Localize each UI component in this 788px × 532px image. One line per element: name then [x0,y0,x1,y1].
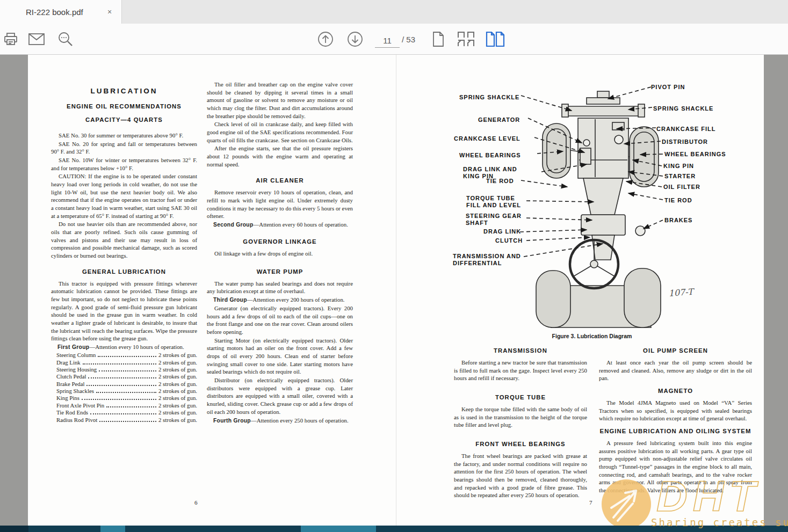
label-transmission-and: TRANSMISSION AND [453,253,521,259]
label-spring-shackle-left: SPRING SHACKLE [459,94,519,100]
label-king-pin-right: KING PIN [663,163,694,169]
document-viewport[interactable]: LUBRICATION ENGINE OIL RECOMMENDATIONS C… [0,55,788,526]
page6-column1: LUBRICATION ENGINE OIL RECOMMENDATIONS C… [51,87,197,424]
label-spring-shackle-right: SPRING SHACKLE [653,105,713,112]
tractor-drawing [536,91,661,327]
page-number-input[interactable] [375,33,400,48]
third-group-line: Third Group—Attention every 200 hours of… [207,296,353,304]
label-shaft: SHAFT [466,220,488,226]
two-page-view-icon [486,32,505,47]
document-tab[interactable]: RI-222 book.pdf × [0,0,122,24]
next-page-button[interactable] [346,31,364,48]
grease-item: Steering Column2 strokes of gun. [51,352,197,359]
label-wheel-bearings-left: WHEEL BEARINGS [459,152,521,158]
paragraph: A pressure feed lubricating system built… [599,439,752,494]
first-group-line: First Group—Attention every 10 hours of … [51,343,197,351]
page-divider [396,55,396,526]
page7-column1: TRANSMISSION Before starting a new tract… [454,347,587,500]
close-icon[interactable]: × [104,6,115,17]
print-icon [4,32,18,46]
paragraph: Remove reservoir every 10 hours of opera… [207,188,353,220]
horizontal-scrollbar[interactable] [0,526,788,532]
grease-item: Radius Rod Pivot2 strokes of gun. [51,417,197,424]
label-tie-rod-left: TIE ROD [486,178,514,184]
paragraph: At least once each year the oil pump scr… [599,359,752,382]
grease-item: Drag Link2 strokes of gun. [51,359,197,366]
page-count-label: / 53 [402,35,415,44]
grease-item: Spring Shackles2 strokes of gun. [51,388,197,395]
heading-engine-lubrication: ENGINE LUBRICATION AND OILING SYSTEM [599,428,752,434]
handwritten-note: 107-T [668,287,696,298]
label-crankcase-level: CRANKCASE LEVEL [454,135,520,142]
toolbar: / 53 [0,24,788,55]
scrollbar-thumb[interactable] [301,526,376,532]
label-tie-rod-right: TIE ROD [664,197,692,203]
page-spread: LUBRICATION ENGINE OIL RECOMMENDATIONS C… [28,55,764,526]
print-button[interactable] [2,31,19,48]
heading-water-pump: WATER PUMP [207,268,353,275]
paragraph: Keep the torque tube filled with the sam… [454,405,587,429]
single-page-view-button[interactable] [430,31,447,48]
grease-item: Front Axle Pivot Pin2 strokes of gun. [51,402,197,409]
tab-title: RI-222 book.pdf [26,8,83,17]
email-icon [28,33,45,45]
label-brakes: BRAKES [664,217,692,223]
label-generator: GENERATOR [478,116,520,123]
paragraph: Oil linkage with a few drops of engine o… [207,250,353,258]
label-starter: STARTER [664,173,696,179]
email-button[interactable] [28,31,45,48]
heading-air-cleaner: AIR CLEANER [207,177,353,184]
continuous-view-button[interactable] [458,31,475,48]
page-number-6: 6 [194,499,198,506]
continuous-pages-icon [457,31,475,47]
section-title: LUBRICATION [51,87,197,95]
label-clutch: CLUTCH [495,237,523,244]
paragraph: Do not use heavier oils than are recomme… [51,220,197,259]
search-icon [57,31,74,47]
heading-front-wheel-bearings: FRONT WHEEL BEARINGS [454,441,587,447]
paragraph: The Model 4JMA Magneto used on Model “VA… [599,399,752,422]
paragraph: SAE No. 20 for spring and fall or temper… [51,140,197,156]
arrow-up-circle-icon [317,31,334,47]
second-group-line: Second Group—Attention every 60 hours of… [207,221,353,229]
label-wheel-bearings-right: WHEEL BEARINGS [664,151,726,157]
paragraph: Check level of oil in crankcase daily, a… [207,120,353,144]
paragraph: The front wheel bearings are packed with… [454,452,587,499]
paragraph: SAE No. 30 for summer or temperatures ab… [51,132,197,140]
two-page-view-button[interactable] [487,31,504,48]
heading-governor-linkage: GOVERNOR LINKAGE [207,238,353,245]
search-button[interactable] [57,31,74,48]
paragraph: Before starting a new tractor be sure th… [454,359,587,382]
single-page-icon [432,32,445,47]
paragraph: CAUTION: If the engine is to be operated… [51,172,197,220]
label-differential: DIFFERENTIAL [453,260,502,266]
tab-bar: RI-222 book.pdf × [0,0,788,24]
scrollbar-thumb[interactable] [100,526,125,532]
lubrication-diagram: SPRING SHACKLE GENERATOR CRANKCASE LEVEL… [451,79,755,332]
grease-item: Brake Pedal2 strokes of gun. [51,381,197,388]
heading-transmission: TRANSMISSION [454,347,587,354]
scrollbar-corner [0,526,28,532]
label-distributor: DISTRIBUTOR [662,139,708,145]
page-number-7: 7 [589,499,592,506]
page6-column2: The oil filler and breather cap on the e… [207,81,353,425]
grease-item: Clutch Pedal2 strokes of gun. [51,373,197,380]
label-fill-and-level: FILL AND LEVEL [466,202,521,208]
label-oil-filter: OIL FILTER [663,184,700,190]
paragraph: SAE No. 10W for winter or temperatures b… [51,156,197,172]
heading-magneto: MAGNETO [599,388,752,394]
label-torque-tube: TORQUE TUBE [466,195,515,201]
grease-item: Tie Rod Ends2 strokes of gun. [51,409,197,416]
label-drag-link-and: DRAG LINK AND [463,166,517,172]
previous-page-button[interactable] [317,31,334,48]
arrow-down-circle-icon [347,31,363,47]
grease-item: King Pins2 strokes of gun. [51,395,197,402]
label-crankcase-fill: CRANKCASE FILL [656,126,716,132]
page7-column2: OIL PUMP SCREEN At least once each year … [599,347,752,495]
paragraph: Generator (on electrically equipped trac… [207,304,353,336]
label-drag-link: DRAG LINK [483,228,521,235]
heading-engine-oil: ENGINE OIL RECOMMENDATIONS [51,103,197,110]
paragraph: The oil filler and breather cap on the e… [207,81,353,120]
heading-oil-pump-screen: OIL PUMP SCREEN [599,347,752,354]
paragraph: Starting Motor (on electrically equipped… [207,337,353,376]
